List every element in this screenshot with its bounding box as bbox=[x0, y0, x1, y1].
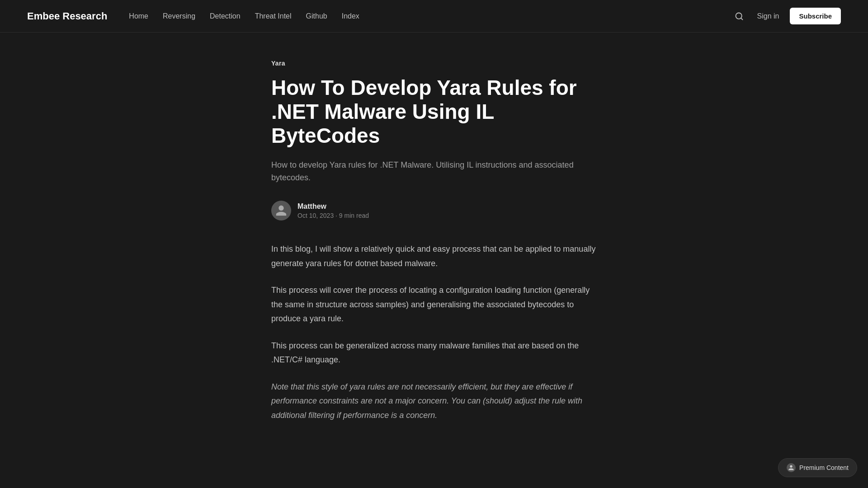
navbar: Embee Research Home Reversing Detection … bbox=[0, 0, 868, 33]
author-name: Matthew bbox=[297, 202, 369, 211]
article-subtitle: How to develop Yara rules for .NET Malwa… bbox=[271, 159, 597, 185]
article-paragraph-3: This process can be generalized across m… bbox=[271, 339, 597, 367]
article-paragraph-4: Note that this style of yara rules are n… bbox=[271, 380, 597, 423]
article-body: In this blog, I will show a relatively q… bbox=[271, 242, 597, 422]
article-date-read: Oct 10, 2023 · 9 min read bbox=[297, 212, 369, 219]
article-paragraph-1: In this blog, I will show a relatively q… bbox=[271, 242, 597, 271]
article-tag: Yara bbox=[271, 60, 597, 67]
premium-content-label: Premium Content bbox=[799, 464, 849, 471]
author-row: Matthew Oct 10, 2023 · 9 min read bbox=[271, 201, 597, 221]
author-avatar bbox=[271, 201, 291, 221]
read-time: 9 min read bbox=[339, 212, 369, 219]
article-paragraph-4-italic: Note that this style of yara rules are n… bbox=[271, 382, 582, 420]
search-button[interactable] bbox=[732, 9, 746, 23]
premium-content-badge[interactable]: Premium Content bbox=[778, 458, 857, 477]
article-date: Oct 10, 2023 bbox=[297, 212, 334, 219]
user-icon bbox=[275, 204, 288, 217]
author-meta: Matthew Oct 10, 2023 · 9 min read bbox=[297, 202, 369, 219]
date-separator: · bbox=[335, 212, 339, 219]
subscribe-button[interactable]: Subscribe bbox=[790, 8, 841, 24]
nav-github[interactable]: Github bbox=[306, 12, 327, 20]
nav-threat-intel[interactable]: Threat Intel bbox=[255, 12, 292, 20]
nav-detection[interactable]: Detection bbox=[210, 12, 241, 20]
nav-index[interactable]: Index bbox=[342, 12, 359, 20]
nav-home[interactable]: Home bbox=[129, 12, 148, 20]
article-main: Yara How To Develop Yara Rules for .NET … bbox=[262, 33, 606, 471]
navbar-actions: Sign in Subscribe bbox=[732, 8, 841, 24]
brand-logo[interactable]: Embee Research bbox=[27, 10, 107, 22]
premium-user-icon bbox=[787, 463, 796, 472]
article-title: How To Develop Yara Rules for .NET Malwa… bbox=[271, 76, 597, 148]
article-paragraph-2: This process will cover the process of l… bbox=[271, 283, 597, 326]
sign-in-link[interactable]: Sign in bbox=[757, 12, 779, 20]
nav-reversing[interactable]: Reversing bbox=[163, 12, 195, 20]
svg-line-1 bbox=[741, 18, 742, 19]
premium-avatar-icon bbox=[788, 465, 794, 471]
nav-links: Home Reversing Detection Threat Intel Gi… bbox=[129, 12, 731, 20]
search-icon bbox=[735, 12, 744, 21]
